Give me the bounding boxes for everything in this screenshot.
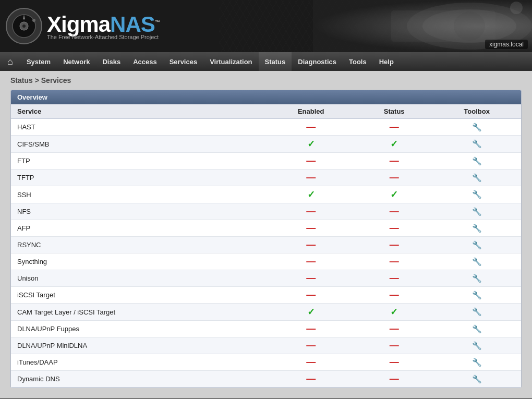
service-enabled: —	[266, 287, 356, 304]
table-row: AFP——🔧	[11, 220, 521, 237]
wrench-icon[interactable]: 🔧	[472, 139, 482, 148]
wrench-icon[interactable]: 🔧	[472, 190, 482, 199]
wrench-icon[interactable]: 🔧	[472, 324, 482, 333]
col-enabled: Enabled	[266, 104, 356, 119]
wrench-icon[interactable]: 🔧	[472, 224, 482, 233]
logo-text-group: XigmaNAS™ The Free Network-Attached Stor…	[47, 12, 160, 40]
wrench-icon[interactable]: 🔧	[472, 307, 482, 316]
wrench-icon[interactable]: 🔧	[472, 291, 482, 299]
dash-icon: —	[306, 323, 316, 334]
service-toolbox[interactable]: 🔧	[432, 136, 521, 153]
dash-icon: —	[390, 289, 399, 300]
nav-item-network[interactable]: Network	[57, 52, 96, 71]
table-row: CAM Target Layer / iSCSI Target✓✓🔧	[11, 304, 521, 321]
services-panel: Overview Service Enabled Status Toolbox …	[10, 90, 522, 388]
breadcrumb: Status > Services	[0, 71, 532, 90]
nav-item-disks[interactable]: Disks	[96, 52, 127, 71]
service-status: ✓	[356, 304, 432, 321]
service-enabled: —	[266, 337, 356, 354]
wrench-icon[interactable]: 🔧	[472, 374, 482, 383]
breadcrumb-separator: >	[33, 76, 41, 84]
nav-item-virtualization[interactable]: Virtualization	[203, 52, 258, 71]
service-toolbox[interactable]: 🔧	[432, 153, 521, 170]
wrench-icon[interactable]: 🔧	[472, 240, 482, 249]
wrench-icon[interactable]: 🔧	[472, 123, 482, 131]
service-toolbox[interactable]: 🔧	[432, 354, 521, 371]
logo-icon	[5, 7, 43, 45]
table-row: NFS——🔧	[11, 203, 521, 220]
wrench-icon[interactable]: 🔧	[472, 173, 482, 182]
dash-icon: —	[306, 273, 316, 283]
table-row: iSCSI Target——🔧	[11, 287, 521, 304]
nav-item-services[interactable]: Services	[163, 52, 204, 71]
dash-icon: —	[306, 357, 316, 367]
dash-icon: —	[306, 239, 316, 250]
dash-icon: —	[306, 223, 316, 233]
service-toolbox[interactable]: 🔧	[432, 304, 521, 321]
panel-header: Overview	[11, 90, 521, 104]
service-enabled: ✓	[266, 186, 356, 203]
wrench-icon[interactable]: 🔧	[472, 341, 482, 350]
wrench-icon[interactable]: 🔧	[472, 358, 482, 367]
service-status: —	[356, 203, 432, 220]
service-status: —	[356, 321, 432, 337]
nav-item-system[interactable]: System	[20, 52, 57, 71]
service-toolbox[interactable]: 🔧	[432, 203, 521, 220]
nav-item-status[interactable]: Status	[259, 52, 292, 71]
breadcrumb-parent[interactable]: Status	[10, 76, 33, 84]
nav-item-tools[interactable]: Tools	[343, 52, 373, 71]
service-enabled: —	[266, 153, 356, 170]
service-status: —	[356, 287, 432, 304]
table-row: RSYNC——🔧	[11, 237, 521, 253]
svg-point-9	[510, 2, 523, 14]
nav-item-diagnostics[interactable]: Diagnostics	[292, 52, 343, 71]
dash-icon: —	[306, 155, 316, 166]
service-status: ✓	[356, 186, 432, 203]
wrench-icon[interactable]: 🔧	[472, 257, 482, 266]
table-row: iTunes/DAAP——🔧	[11, 354, 521, 371]
service-name: AFP	[11, 220, 266, 237]
service-name: DLNA/UPnP MiniDLNA	[11, 337, 266, 354]
service-toolbox[interactable]: 🔧	[432, 220, 521, 237]
svg-point-4	[32, 19, 35, 22]
col-toolbox: Toolbox	[432, 104, 521, 119]
dash-icon: —	[306, 256, 316, 267]
service-status: —	[356, 337, 432, 354]
service-status: —	[356, 354, 432, 371]
breadcrumb-current: Services	[41, 76, 71, 84]
nav-item-access[interactable]: Access	[127, 52, 163, 71]
wrench-icon[interactable]: 🔧	[472, 156, 482, 165]
dash-icon: —	[390, 122, 399, 132]
wrench-icon[interactable]: 🔧	[472, 274, 482, 283]
service-toolbox[interactable]: 🔧	[432, 337, 521, 354]
header: XigmaNAS™ The Free Network-Attached Stor…	[0, 0, 532, 52]
logo-nas: NAS	[110, 12, 155, 37]
nav-home-button[interactable]: ⌂	[0, 52, 20, 71]
service-enabled: —	[266, 321, 356, 337]
service-toolbox[interactable]: 🔧	[432, 270, 521, 287]
dash-icon: —	[306, 206, 316, 216]
table-row: TFTP——🔧	[11, 170, 521, 186]
service-name: CIFS/SMB	[11, 136, 266, 153]
wrench-icon[interactable]: 🔧	[472, 207, 482, 216]
service-toolbox[interactable]: 🔧	[432, 186, 521, 203]
service-status: —	[356, 153, 432, 170]
service-name: Unison	[11, 270, 266, 287]
service-toolbox[interactable]: 🔧	[432, 237, 521, 253]
service-toolbox[interactable]: 🔧	[432, 321, 521, 337]
service-toolbox[interactable]: 🔧	[432, 287, 521, 304]
service-status: —	[356, 220, 432, 237]
nav-item-help[interactable]: Help	[373, 52, 400, 71]
dash-icon: —	[390, 155, 399, 166]
service-toolbox[interactable]: 🔧	[432, 119, 521, 136]
service-toolbox[interactable]: 🔧	[432, 253, 521, 270]
service-enabled: —	[266, 203, 356, 220]
service-name: iSCSI Target	[11, 287, 266, 304]
service-toolbox[interactable]: 🔧	[432, 371, 521, 388]
svg-rect-8	[391, 10, 495, 42]
dash-icon: —	[390, 239, 399, 250]
service-status: —	[356, 253, 432, 270]
table-row: Syncthing——🔧	[11, 253, 521, 270]
service-toolbox[interactable]: 🔧	[432, 170, 521, 186]
navbar: ⌂ System Network Disks Access Services V…	[0, 52, 532, 71]
